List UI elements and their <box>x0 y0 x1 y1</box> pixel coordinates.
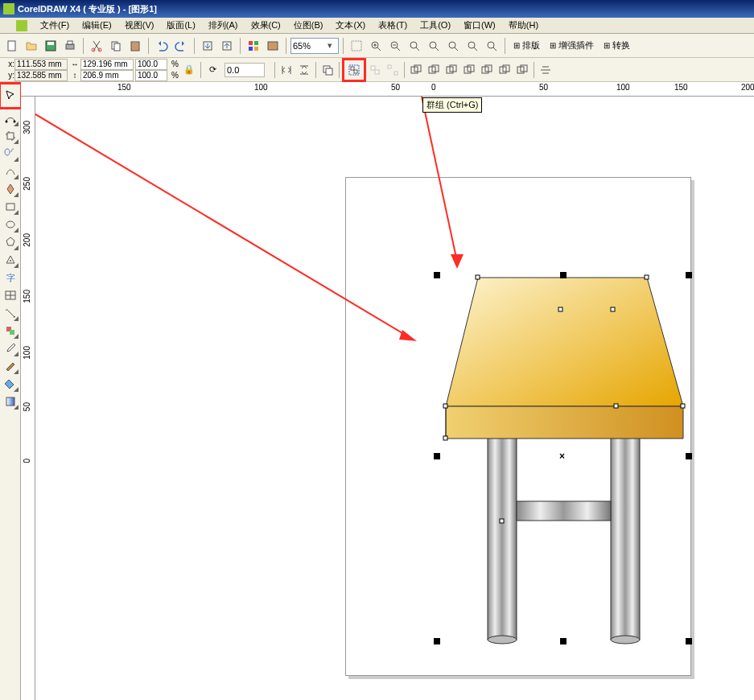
open-button[interactable] <box>23 37 40 55</box>
combine6-button[interactable] <box>496 61 513 79</box>
zoom-tool[interactable] <box>2 145 19 163</box>
plugin-btn[interactable]: ⊞ 增强插件 <box>546 37 598 55</box>
zoom-width-button[interactable] <box>464 37 481 55</box>
copy-button[interactable] <box>107 37 125 55</box>
combine7-button[interactable] <box>513 61 531 79</box>
combine3-button[interactable] <box>443 61 460 79</box>
text-tool[interactable]: 字 <box>2 269 19 286</box>
sx-value[interactable]: 100.0 <box>135 59 167 70</box>
svg-rect-72 <box>614 404 618 408</box>
zoom-page-button[interactable] <box>444 37 462 55</box>
outline-tool[interactable] <box>2 357 19 375</box>
smart-fill-tool[interactable] <box>2 180 19 198</box>
export-button[interactable] <box>218 37 236 55</box>
eyedropper-tool[interactable] <box>2 340 19 357</box>
layout-btn[interactable]: ⊞ 排版 <box>509 37 544 55</box>
handle-mr[interactable] <box>686 453 692 459</box>
standard-toolbar: ▾ ⊞ 排版 ⊞ 增强插件 ⊞ 转换 <box>0 34 754 58</box>
menu-edit[interactable]: 编辑(E) <box>76 18 118 33</box>
separator <box>148 38 149 54</box>
new-button[interactable] <box>3 37 21 55</box>
handle-tr[interactable] <box>686 272 692 278</box>
mirror-v-button[interactable] <box>295 61 313 79</box>
menu-layout[interactable]: 版面(L) <box>160 18 201 33</box>
zoom-dropdown-icon[interactable]: ▾ <box>323 40 336 51</box>
ruler-vertical[interactable]: 300250200150100500 <box>21 97 35 700</box>
canvas[interactable]: × <box>35 97 754 700</box>
app-launcher-button[interactable] <box>245 37 262 55</box>
menu-effects[interactable]: 效果(C) <box>245 18 287 33</box>
pct2: % <box>167 71 179 80</box>
center-marker[interactable]: × <box>559 451 565 462</box>
table-tool[interactable] <box>2 286 19 304</box>
w-value[interactable]: 129.196 mm <box>80 59 134 70</box>
combine1-button[interactable] <box>407 61 425 79</box>
h-value[interactable]: 206.9 mm <box>80 70 134 81</box>
menu-arrange[interactable]: 排列(A) <box>202 18 245 33</box>
welcome-button[interactable] <box>264 37 282 55</box>
menu-file[interactable]: 文件(F) <box>34 18 76 33</box>
to-front-button[interactable] <box>319 61 336 79</box>
paste-button[interactable] <box>126 37 144 55</box>
handle-bl[interactable] <box>434 638 440 644</box>
mirror-h-button[interactable] <box>278 61 295 79</box>
print-button[interactable] <box>61 37 79 55</box>
combine4-button[interactable] <box>460 61 478 79</box>
rotation-input[interactable] <box>227 65 254 75</box>
snap-button[interactable] <box>348 37 365 55</box>
y-value[interactable]: 132.585 mm <box>14 70 68 81</box>
redo-button[interactable] <box>172 37 190 55</box>
basic-shapes-tool[interactable] <box>2 251 19 269</box>
interactive-fill-tool[interactable] <box>2 393 19 410</box>
polygon-tool[interactable] <box>2 233 19 251</box>
combine5-button[interactable] <box>478 61 496 79</box>
interactive-tool[interactable] <box>2 322 19 340</box>
pick-tool[interactable] <box>0 82 23 109</box>
zoom-combo[interactable]: ▾ <box>290 38 339 54</box>
ellipse-tool[interactable] <box>2 216 19 233</box>
convert-btn[interactable]: ⊞ 转换 <box>599 37 634 55</box>
group-highlight <box>342 58 366 82</box>
fill-tool[interactable] <box>2 375 19 393</box>
handle-tm[interactable] <box>560 272 567 278</box>
zoom-sel-button[interactable] <box>483 37 501 55</box>
lock-ratio-button[interactable]: 🔒 <box>180 61 198 79</box>
zoom-fit-button[interactable] <box>425 37 443 55</box>
dimension-tool[interactable] <box>2 304 19 322</box>
freehand-tool[interactable] <box>2 163 19 180</box>
menu-view[interactable]: 视图(V) <box>118 18 161 33</box>
menu-bar: 文件(F) 编辑(E) 视图(V) 版面(L) 排列(A) 效果(C) 位图(B… <box>0 18 754 34</box>
align-button[interactable] <box>537 61 554 79</box>
ungroup-all-button[interactable] <box>384 61 402 79</box>
scale-block: 100.0% 100.0% <box>135 59 179 81</box>
group-button[interactable] <box>345 61 363 79</box>
menu-window[interactable]: 窗口(W) <box>457 18 502 33</box>
handle-bm[interactable] <box>560 638 567 644</box>
handle-ml[interactable] <box>434 453 440 459</box>
import-button[interactable] <box>199 37 216 55</box>
menu-text[interactable]: 文本(X) <box>329 18 372 33</box>
handle-tl[interactable] <box>434 272 440 278</box>
crop-tool[interactable] <box>2 127 19 145</box>
menu-bitmap[interactable]: 位图(B) <box>287 18 330 33</box>
zoom-in-button[interactable] <box>367 37 385 55</box>
svg-rect-14 <box>254 41 258 45</box>
zoom-input[interactable] <box>293 41 323 51</box>
save-button[interactable] <box>42 37 60 55</box>
cut-button[interactable] <box>88 37 105 55</box>
ruler-horizontal[interactable]: 15010050050100150200 <box>21 82 754 97</box>
menu-tools[interactable]: 工具(O) <box>414 18 457 33</box>
menu-table[interactable]: 表格(T) <box>372 18 414 33</box>
handle-br[interactable] <box>686 638 692 644</box>
zoom-out-button[interactable] <box>386 37 404 55</box>
sy-value[interactable]: 100.0 <box>135 70 167 81</box>
x-value[interactable]: 111.553 mm <box>14 59 68 70</box>
menu-help[interactable]: 帮助(H) <box>502 18 545 33</box>
ungroup-button[interactable] <box>366 61 384 79</box>
zoom-100-button[interactable] <box>406 37 423 55</box>
combine2-button[interactable] <box>425 61 443 79</box>
rotation-input-box[interactable] <box>225 63 265 77</box>
undo-button[interactable] <box>153 37 171 55</box>
rectangle-tool[interactable] <box>2 198 19 216</box>
shape-tool[interactable] <box>2 109 19 127</box>
